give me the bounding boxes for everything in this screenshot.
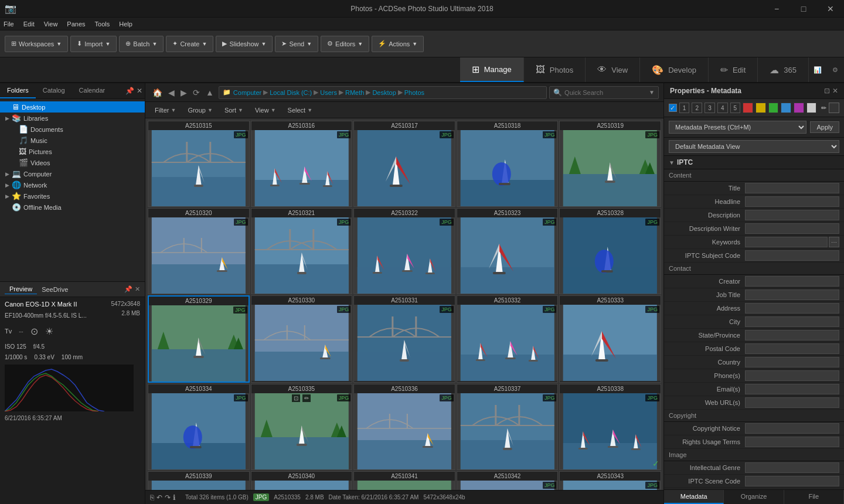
desc-writer-value[interactable] [745, 223, 839, 234]
tree-item-videos[interactable]: 🎬 Videos [0, 157, 145, 168]
preview-close-icon[interactable]: ✕ [135, 285, 140, 293]
preview-tab-preview[interactable]: Preview [5, 284, 37, 294]
create-button[interactable]: ✦ Create ▼ [166, 36, 213, 52]
tree-item-network[interactable]: ▶ 🌐 Network [0, 179, 145, 190]
photo-cell-A2510318[interactable]: A2510318 JPG [457, 121, 559, 207]
intellectual-genre-value[interactable] [745, 462, 839, 473]
maximize-button[interactable]: □ [790, 0, 817, 18]
photo-cell-A2510338[interactable]: A2510338 JPG✓ [559, 384, 661, 470]
home-button[interactable]: 🏠 [150, 87, 165, 98]
import-button[interactable]: ⬇ Import ▼ [70, 36, 117, 52]
chart-icon[interactable]: 📊 [809, 57, 826, 82]
minimize-button[interactable]: − [763, 0, 790, 18]
slideshow-button[interactable]: ▶ Slideshow ▼ [216, 36, 273, 52]
photo-cell-A2510328[interactable]: A2510328 JPG [559, 208, 661, 294]
undo-icon[interactable]: ↶ [156, 493, 162, 502]
photo-cell-A2510320[interactable]: A2510320 JPG [148, 208, 250, 294]
back-button[interactable]: ◀ [166, 87, 177, 98]
state-value[interactable] [745, 330, 839, 340]
creator-value[interactable] [745, 276, 839, 287]
sidebar-tab-catalog[interactable]: Catalog [36, 83, 72, 98]
keywords-edit-button[interactable]: ⋯ [829, 237, 839, 247]
menu-help[interactable]: Help [119, 21, 132, 28]
photo-cell-A2510343[interactable]: A2510343 JPG✓ [559, 471, 661, 490]
refresh-button[interactable]: ⟳ [190, 87, 202, 98]
forward-button[interactable]: ▶ [178, 87, 189, 98]
metadata-view-select[interactable]: Default Metadata View [669, 140, 839, 153]
apply-button[interactable]: Apply [810, 121, 839, 133]
color-blue[interactable] [781, 103, 791, 113]
tree-item-libraries[interactable]: ▶ 📚 Libraries [0, 113, 145, 124]
photo-cell-A2510339[interactable]: A2510339 [148, 471, 250, 490]
meta-num-4[interactable]: 4 [717, 103, 728, 113]
search-dropdown-icon[interactable]: ▼ [649, 89, 655, 96]
tab-develop[interactable]: 🎨 Develop [640, 57, 709, 82]
info-icon[interactable]: ℹ [173, 493, 176, 502]
tab-manage[interactable]: ⊞ Manage [460, 57, 524, 82]
tree-item-pictures[interactable]: 🖼 Pictures [0, 146, 145, 157]
keywords-value[interactable] [745, 237, 828, 247]
tree-item-favorites[interactable]: ▶ ⭐ Favorites [0, 190, 145, 202]
tree-item-offline-media[interactable]: 💿 Offline Media [0, 202, 145, 213]
send-button[interactable]: ➤ Send ▼ [275, 36, 318, 52]
color-black[interactable] [829, 103, 839, 113]
rights-usage-value[interactable] [745, 437, 839, 447]
color-red[interactable] [743, 103, 753, 113]
photo-cell-A2510321[interactable]: A2510321 JPG [251, 208, 353, 294]
photo-cell-A2510341[interactable]: A2510341 [353, 471, 455, 490]
copy-icon[interactable]: ⎘ [150, 493, 154, 502]
photo-cell-A2510340[interactable]: A2510340 [251, 471, 353, 490]
color-purple[interactable] [794, 103, 804, 113]
title-value[interactable] [745, 183, 839, 193]
breadcrumb-desktop[interactable]: Desktop [372, 89, 396, 96]
preview-pin-icon[interactable]: 📌 [124, 285, 132, 293]
photo-cell-A2510336[interactable]: A2510336 JPG [353, 384, 455, 470]
photo-cell-A2510337[interactable]: A2510337 JPG [457, 384, 559, 470]
tab-365[interactable]: ☁ 365 [758, 57, 809, 82]
meta-num-2[interactable]: 2 [692, 103, 702, 113]
actions-button[interactable]: ⚡ Actions ▼ [372, 36, 424, 52]
menu-file[interactable]: File [4, 21, 14, 28]
tab-edit[interactable]: ✏ Edit [709, 57, 758, 82]
up-button[interactable]: ▲ [203, 87, 216, 98]
country-value[interactable] [745, 357, 839, 367]
bottom-tab-file[interactable]: File [784, 490, 844, 504]
metadata-preset-select[interactable]: Metadata Presets (Ctrl+M) [669, 121, 806, 134]
tree-item-music[interactable]: 🎵 Music [0, 135, 145, 146]
photo-cell-A2510319[interactable]: A2510319 JPG [559, 121, 661, 207]
close-button[interactable]: ✕ [817, 0, 844, 18]
properties-close-icon[interactable]: ✕ [832, 87, 838, 95]
photo-cell-A2510334[interactable]: A2510334 JPG [148, 384, 250, 470]
tree-item-computer[interactable]: ▶ 💻 Computer [0, 168, 145, 179]
tree-item-desktop[interactable]: 🖥 Desktop [0, 101, 145, 113]
meta-num-1[interactable]: 1 [679, 103, 690, 113]
postal-value[interactable] [745, 343, 839, 354]
web-value[interactable] [745, 397, 839, 408]
color-yellow[interactable] [755, 103, 766, 113]
breadcrumb-photos[interactable]: Photos [404, 89, 424, 96]
description-value[interactable] [745, 210, 839, 220]
settings-gear-icon[interactable]: ⚙ [826, 57, 844, 82]
color-green[interactable] [768, 103, 779, 113]
headline-value[interactable] [745, 196, 839, 207]
properties-expand-icon[interactable]: ⊡ [824, 87, 830, 95]
menu-panes[interactable]: Panes [67, 21, 85, 28]
breadcrumb-computer[interactable]: Computer [233, 89, 261, 96]
photo-cell-A2510335[interactable]: A2510335 JPG⊡✏ [251, 384, 353, 470]
address-value[interactable] [745, 303, 839, 314]
breadcrumb-localdisk[interactable]: Local Disk (C:) [270, 89, 312, 96]
photo-cell-A2510323[interactable]: A2510323 JPG [457, 208, 559, 294]
city-value[interactable] [745, 316, 839, 327]
bottom-tab-metadata[interactable]: Metadata [664, 490, 724, 504]
photo-cell-A2510317[interactable]: A2510317 JPG [353, 121, 455, 207]
menu-view[interactable]: View [44, 21, 58, 28]
job-title-value[interactable] [745, 290, 839, 300]
sidebar-tab-folders[interactable]: Folders [0, 83, 36, 98]
sidebar-close-icon[interactable]: ✕ [137, 87, 142, 95]
meta-num-3[interactable]: 3 [705, 103, 715, 113]
view-button[interactable]: View ▼ [250, 105, 281, 115]
iptc-header[interactable]: ▼ IPTC [664, 156, 844, 169]
sidebar-tab-calendar[interactable]: Calendar [72, 83, 113, 98]
workspaces-button[interactable]: ⊞ Workspaces ▼ [5, 36, 68, 52]
sidebar-pin-icon[interactable]: 📌 [125, 87, 134, 95]
